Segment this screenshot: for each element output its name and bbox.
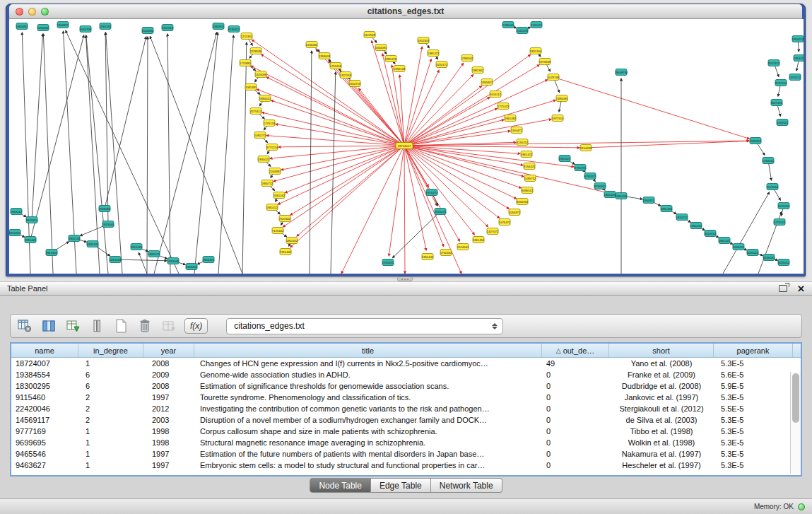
graph-node[interactable]: 1861412 (690, 223, 702, 229)
column-header-out_de[interactable]: △out_de… (542, 344, 609, 357)
graph-node[interactable]: 1514542 (457, 244, 469, 250)
graph-node[interactable]: 1954202 (186, 264, 198, 270)
delete-table-icon[interactable] (136, 317, 153, 334)
graph-node[interactable]: 8614512 (705, 230, 717, 237)
graph-node[interactable]: 2204987 (269, 168, 281, 175)
graph-node[interactable]: 1864481 (16, 23, 28, 30)
graph-node[interactable]: 1595812 (750, 138, 762, 144)
splitter-handle[interactable] (397, 276, 413, 281)
graph-node[interactable]: 2526065 (99, 206, 111, 212)
graph-node[interactable]: 1830022 (258, 156, 270, 163)
graph-node[interactable]: 3216212 (517, 139, 529, 146)
graph-node[interactable]: 1664091 (375, 45, 387, 51)
merge-rows-icon[interactable] (88, 317, 105, 334)
graph-node[interactable]: 1753418 (330, 63, 342, 69)
graph-node[interactable]: 9245012 (778, 259, 790, 266)
new-table-icon[interactable] (112, 317, 129, 334)
graph-node[interactable]: 2228036 (250, 48, 262, 54)
graph-node[interactable]: 1072055 (778, 203, 790, 209)
column-header-year[interactable]: year (143, 344, 194, 357)
tab-edge-table[interactable]: Edge Table (371, 478, 431, 493)
graph-node[interactable]: 9771224 (266, 144, 278, 151)
import-file-icon[interactable] (160, 317, 177, 334)
graph-node[interactable]: 1977510 (552, 115, 564, 122)
graph-node[interactable]: 1813341 (9, 230, 21, 236)
graph-node[interactable]: 8096512 (522, 187, 534, 194)
graph-node[interactable]: 1944521 (643, 197, 655, 204)
graph-node[interactable]: 1813446 (167, 258, 180, 264)
graph-node[interactable]: 1954142 (422, 254, 434, 260)
graph-node[interactable]: 1811304 (418, 37, 430, 44)
graph-node[interactable]: 1160472 (511, 127, 523, 134)
graph-node[interactable]: 2185041 (502, 22, 514, 28)
graph-node[interactable]: 8791912 (594, 183, 606, 189)
graph-node[interactable]: 1915472 (435, 209, 447, 215)
graph-node[interactable]: 4275112 (250, 108, 262, 115)
table-row[interactable]: 946362711997Embryonic stem cells: a mode… (11, 460, 801, 471)
graph-node[interactable]: 6772021 (774, 219, 786, 226)
graph-node[interactable]: 8791971 (575, 165, 587, 171)
graph-node[interactable]: 1861472 (148, 251, 160, 257)
graph-node[interactable]: 1044708 (80, 26, 92, 33)
window-titlebar[interactable]: citations_edges.txt (9, 4, 802, 19)
graph-node[interactable]: 19648794 (615, 69, 628, 76)
column-header-pagerank[interactable]: pagerank (714, 344, 793, 357)
graph-node[interactable]: 2081381 (245, 84, 257, 90)
close-window-button[interactable] (16, 8, 23, 16)
network-svg[interactable]: 1211302222803617118811424006208138118844… (9, 19, 804, 274)
graph-node[interactable]: 1861422 (521, 151, 533, 158)
graph-node[interactable]: 9227415 (771, 100, 783, 106)
graph-node[interactable]: 1076472 (499, 219, 511, 226)
graph-node[interactable]: 1947812 (162, 25, 174, 31)
graph-node[interactable]: 1813442 (25, 237, 37, 243)
graph-node[interactable]: 1959128 (394, 66, 406, 72)
column-header-short[interactable]: short (609, 344, 714, 357)
graph-node[interactable]: 1275124 (264, 120, 276, 127)
graph-node[interactable]: 18724007 (396, 143, 413, 149)
table-row[interactable]: 969969511998Structural magnetic resonanc… (11, 437, 801, 448)
graph-node[interactable]: 2206082 (306, 42, 318, 48)
graph-node[interactable]: 1861455 (616, 193, 628, 199)
column-visibility-icon[interactable] (40, 317, 57, 334)
network-canvas[interactable]: 1211302222803617118811424006208138118844… (9, 19, 804, 274)
graph-node[interactable]: 9154699 (580, 145, 592, 151)
graph-node[interactable]: 1495752 (524, 175, 536, 182)
graph-node[interactable]: 1861452 (286, 238, 298, 244)
graph-node[interactable]: 1981372 (428, 50, 440, 57)
tab-node-table[interactable]: Node Table (310, 478, 371, 493)
graph-node[interactable]: 1813412 (11, 209, 23, 215)
graph-node[interactable]: 1974212 (789, 74, 801, 81)
graph-node[interactable]: 9245022 (747, 250, 759, 256)
table-row[interactable]: 1872400712008Changes of HCN gene express… (11, 358, 801, 369)
table-row[interactable]: 977716911998Corpus callosum shape and si… (11, 426, 801, 437)
table-row[interactable]: 2242004622012Investigating the contribut… (11, 403, 801, 414)
graph-node[interactable]: 9227414 (775, 80, 787, 86)
graph-node[interactable]: 1424006 (255, 71, 267, 78)
table-settings-icon[interactable] (16, 317, 33, 334)
graph-node[interactable]: 1813443 (110, 257, 122, 263)
table-row[interactable]: 1938455462009Genome-wide association stu… (11, 369, 801, 380)
graph-node[interactable]: 2141072 (517, 28, 529, 34)
graph-node[interactable]: 7485083 (556, 95, 568, 102)
graph-node[interactable]: 1954212 (792, 36, 804, 42)
table-row[interactable]: 1830029562008Estimation of significance … (11, 380, 801, 392)
graph-node[interactable]: 8791972 (584, 173, 596, 180)
column-header-title[interactable]: title (194, 344, 542, 357)
graph-node[interactable]: 1661432 (273, 192, 286, 199)
close-panel-icon[interactable]: ✕ (797, 284, 805, 293)
graph-node[interactable]: 1434521 (777, 119, 789, 126)
graph-node[interactable]: 1861482 (505, 115, 517, 122)
graph-node[interactable]: 1813441 (46, 250, 58, 256)
graph-node[interactable]: 1813444 (102, 221, 114, 228)
graph-node[interactable]: 1654719 (349, 81, 361, 87)
graph-node[interactable]: 1081272 (254, 132, 266, 139)
graph-node[interactable]: 1861452 (473, 237, 485, 243)
graph-node[interactable]: 1861456 (661, 206, 673, 212)
graph-node[interactable]: 1433521 (763, 158, 775, 164)
graph-node[interactable]: 9227412 (768, 60, 780, 66)
graph-node[interactable]: 9154421 (524, 163, 536, 170)
table-row[interactable]: 946554611997Estimation of the future num… (11, 448, 801, 460)
graph-node[interactable]: 1944181 (100, 23, 112, 30)
column-header-in_degree[interactable]: in_degree (78, 344, 143, 357)
table-vertical-scrollbar[interactable] (790, 372, 801, 474)
